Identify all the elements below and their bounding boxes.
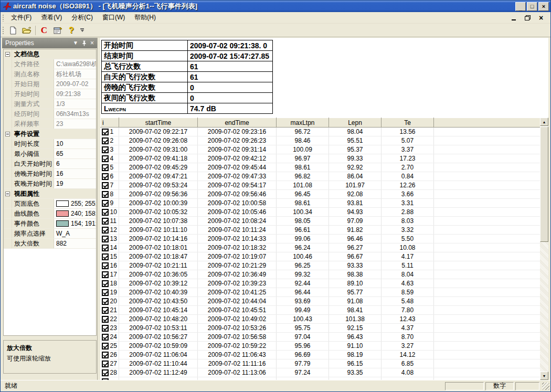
prop-row[interactable]: 最小阈值65 [4, 149, 96, 159]
column-header-Te[interactable]: Te [382, 118, 434, 128]
prop-row[interactable]: 白天开始时间6 [4, 159, 96, 169]
prop-value[interactable]: 23 [54, 119, 96, 129]
prop-section-row[interactable]: 文档信息 [4, 49, 96, 59]
prop-value[interactable]: W_A [54, 229, 96, 238]
event-row[interactable]: 222009-07-02 10:48:202009-07-02 10:49:02… [101, 315, 541, 324]
toolbar-grip-handle[interactable] [2, 26, 5, 35]
column-header-maxLtpn[interactable]: maxLtpn [277, 118, 329, 128]
row-checkbox[interactable] [102, 343, 109, 349]
prop-row[interactable]: 傍晚开始时间16 [4, 169, 96, 179]
prop-value[interactable]: C:\awa6298\机场 [54, 59, 96, 69]
event-row[interactable]: 112009-07-02 10:07:382009-07-02 10:08:24… [101, 217, 541, 226]
prop-section-row[interactable]: 事件设置 [4, 129, 96, 139]
row-checkbox[interactable] [102, 182, 109, 189]
prop-value[interactable]: 2009-07-02 [54, 79, 96, 89]
row-checkbox[interactable] [102, 369, 109, 376]
prop-row[interactable]: 开始时间09:21:38 [4, 89, 96, 99]
event-row[interactable]: 242009-07-02 10:56:272009-07-02 10:56:58… [101, 333, 541, 342]
prop-value[interactable]: 154; 191; 18 [54, 219, 96, 228]
prop-row[interactable]: 放大倍数882 [4, 239, 96, 249]
event-row[interactable]: 122009-07-02 10:11:102009-07-02 10:11:24… [101, 226, 541, 235]
column-header-endTime[interactable]: endTime [198, 118, 277, 128]
event-row[interactable]: 272009-07-02 11:10:442009-07-02 11:11:16… [101, 359, 541, 368]
row-checkbox[interactable] [102, 200, 109, 207]
mdi-restore-button[interactable] [523, 14, 532, 22]
menu-item-window[interactable]: 窗口(W) [98, 12, 130, 23]
menu-item-view[interactable]: 查看(V) [36, 12, 67, 23]
row-checkbox[interactable] [102, 227, 109, 234]
column-header-i[interactable]: i [101, 118, 119, 128]
prop-value[interactable]: 882 [54, 239, 96, 248]
menubar-grip-handle[interactable] [2, 14, 5, 22]
pin-icon[interactable] [82, 40, 87, 46]
properties-panel-header[interactable]: Properties ▼ × [2, 38, 97, 48]
prop-value[interactable]: 255; 255; 25 [54, 199, 96, 208]
minimize-button[interactable]: _ [515, 2, 526, 11]
prop-value[interactable]: 19 [54, 179, 96, 188]
prop-row[interactable]: 采样频率23 [4, 119, 96, 129]
menu-item-file[interactable]: 文件(F) [6, 12, 36, 23]
event-row[interactable]: 62009-07-02 09:47:212009-07-02 09:47:339… [101, 172, 541, 181]
vertical-scrollbar[interactable]: ▲ ▼ [540, 118, 548, 380]
event-row[interactable]: 262009-07-02 11:06:042009-07-02 11:06:43… [101, 351, 541, 359]
open-file-button[interactable] [20, 25, 33, 36]
event-row[interactable]: 192009-07-02 10:40:392009-07-02 10:41:25… [101, 288, 541, 297]
scroll-down-button[interactable]: ▼ [540, 372, 548, 380]
event-row[interactable]: 182009-07-02 10:39:122009-07-02 10:39:23… [101, 279, 541, 288]
event-row[interactable]: 162009-07-02 10:21:112009-07-02 10:21:29… [101, 261, 541, 270]
event-row[interactable]: 172009-07-02 10:36:052009-07-02 10:36:49… [101, 270, 541, 279]
event-row[interactable]: 142009-07-02 10:18:012009-07-02 10:18:32… [101, 243, 541, 252]
prop-value[interactable]: 10 [54, 139, 96, 149]
event-row[interactable]: 132009-07-02 10:14:162009-07-02 10:14:33… [101, 235, 541, 243]
resize-grip[interactable] [542, 383, 549, 390]
row-checkbox[interactable] [102, 289, 109, 296]
panel-menu-chevron-icon[interactable]: ▼ [73, 40, 78, 46]
column-header-startTime[interactable]: startTime [119, 118, 198, 128]
new-document-button[interactable] [7, 25, 19, 36]
event-row[interactable]: 52009-07-02 09:45:292009-07-02 09:45:449… [101, 163, 541, 172]
prop-row[interactable]: 测量方式1/3 [4, 99, 96, 109]
prop-row[interactable]: 夜晚开始时间19 [4, 179, 96, 189]
row-checkbox[interactable] [102, 209, 109, 216]
row-checkbox[interactable] [102, 316, 109, 323]
row-checkbox[interactable] [102, 146, 109, 153]
prop-value[interactable]: 240; 158; 15 [54, 209, 96, 218]
collapse-icon[interactable] [5, 132, 10, 136]
prop-value[interactable]: 09:21:38 [54, 89, 96, 99]
event-row[interactable]: 72009-07-02 09:53:242009-07-02 09:54:171… [101, 181, 541, 190]
row-checkbox[interactable] [102, 307, 109, 314]
prop-row[interactable]: 曲线颜色240; 158; 15 [4, 209, 96, 219]
collapse-icon[interactable] [5, 192, 10, 196]
prop-row[interactable]: 事件颜色154; 191; 18 [4, 219, 96, 229]
prop-value[interactable]: 16 [54, 169, 96, 178]
toolbar-options-button[interactable] [80, 28, 84, 32]
row-checkbox[interactable] [102, 271, 109, 278]
row-checkbox[interactable] [102, 298, 109, 305]
awa-logo-button[interactable]: C [38, 25, 50, 36]
mdi-close-button[interactable]: × [537, 14, 545, 22]
event-row[interactable]: 102009-07-02 10:05:322009-07-02 10:05:46… [101, 208, 541, 217]
prop-row[interactable]: 页面底色255; 255; 25 [4, 199, 96, 209]
row-checkbox[interactable] [102, 280, 109, 287]
prop-row[interactable]: 时间长度10 [4, 139, 96, 149]
event-row[interactable]: 82009-07-02 09:56:362009-07-02 09:56:469… [101, 190, 541, 199]
event-row[interactable]: 152009-07-02 10:18:472009-07-02 10:19:07… [101, 252, 541, 261]
panel-close-icon[interactable]: × [90, 40, 94, 46]
menu-item-help[interactable]: 帮助(H) [130, 12, 161, 23]
prop-value[interactable]: 1/3 [54, 99, 96, 109]
row-checkbox[interactable] [102, 137, 109, 144]
event-row[interactable]: 42009-07-02 09:41:182009-07-02 09:42:129… [101, 154, 541, 163]
maximize-button[interactable]: □ [527, 2, 537, 11]
row-checkbox[interactable] [102, 129, 109, 135]
row-checkbox[interactable] [102, 361, 109, 367]
prop-value[interactable]: 6 [54, 159, 96, 168]
event-row[interactable]: 282009-07-02 11:12:492009-07-02 11:13:06… [101, 368, 541, 377]
event-row[interactable]: 12009-07-02 09:22:172009-07-02 09:23:169… [101, 128, 541, 136]
column-header-Lepn[interactable]: Lepn [329, 118, 382, 128]
collapse-icon[interactable] [5, 52, 10, 57]
row-checkbox[interactable] [102, 253, 109, 260]
prop-value[interactable]: 65 [54, 149, 96, 158]
row-checkbox[interactable] [102, 164, 109, 171]
prop-section-row[interactable]: 视图属性 [4, 189, 96, 199]
event-row[interactable]: 22009-07-02 09:26:082009-07-02 09:26:239… [101, 136, 541, 145]
